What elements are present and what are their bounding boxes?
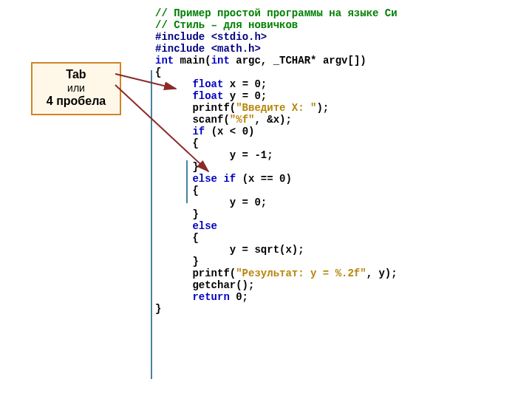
code-line: y = sqrt(x); — [155, 244, 304, 256]
code-line: { — [155, 232, 199, 244]
code-block: // Пример простой программы на языке Си … — [155, 7, 398, 315]
code-line: else if — [155, 173, 242, 185]
code-line: else — [155, 220, 217, 232]
code-line: } — [155, 161, 199, 173]
code-line: printf( — [155, 267, 236, 279]
callout-line3: 4 пробела — [35, 95, 117, 108]
callout-tab: Tab или 4 пробела — [31, 62, 121, 115]
code-line: int — [155, 55, 174, 66]
code-line: } — [155, 256, 199, 267]
code-line: return — [155, 291, 236, 303]
code-line: #include — [155, 31, 211, 43]
code-line: // Стиль – для новичков — [155, 19, 298, 31]
code-line: if — [155, 126, 211, 137]
code-line: // Пример простой программы на языке Си — [155, 7, 398, 19]
code-line: scanf( — [155, 114, 230, 126]
code-line: } — [155, 208, 199, 220]
code-line: #include — [155, 43, 211, 55]
code-line: y = 0; — [155, 197, 267, 208]
indent-guide-1 — [151, 70, 152, 379]
code-line: { — [155, 66, 161, 78]
code-line: float — [155, 78, 223, 90]
code-line: { — [155, 137, 199, 149]
code-line: { — [155, 185, 199, 197]
callout-line1: Tab — [35, 68, 117, 81]
code-line: float — [155, 90, 223, 102]
code-line: } — [155, 303, 161, 315]
callout-line2: или — [35, 81, 117, 95]
code-line: y = -1; — [155, 149, 273, 161]
code-line: printf( — [155, 102, 236, 114]
code-line: getchar(); — [155, 279, 254, 291]
